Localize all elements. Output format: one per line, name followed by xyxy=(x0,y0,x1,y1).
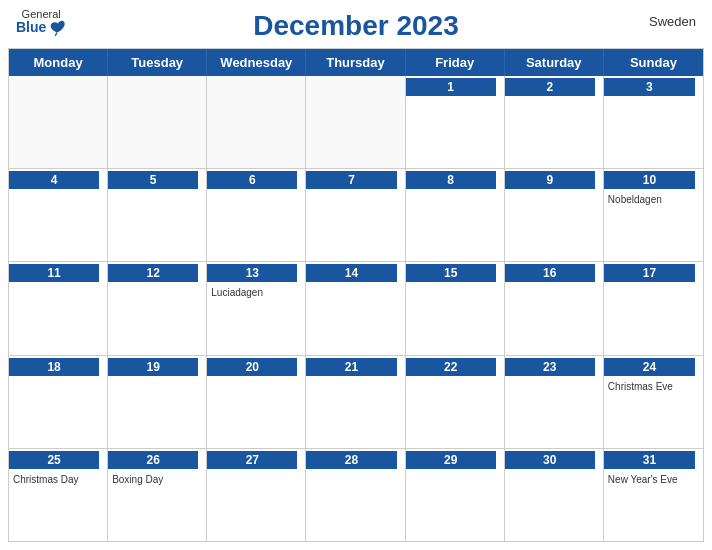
cal-cell: 8 xyxy=(406,169,505,261)
day-number: 9 xyxy=(505,171,595,189)
day-number: 23 xyxy=(505,358,595,376)
cal-cell: 17 xyxy=(604,262,703,354)
cal-cell: 12 xyxy=(108,262,207,354)
day-number: 5 xyxy=(108,171,198,189)
day-event: Christmas Day xyxy=(13,473,103,486)
logo-general-text: General xyxy=(22,8,61,20)
cal-cell: 24Christmas Eve xyxy=(604,356,703,448)
day-number: 31 xyxy=(604,451,695,469)
day-event: Christmas Eve xyxy=(608,380,699,393)
day-event: Nobeldagen xyxy=(608,193,699,206)
day-event: New Year's Eve xyxy=(608,473,699,486)
day-number: 8 xyxy=(406,171,496,189)
day-number: 24 xyxy=(604,358,695,376)
day-number: 19 xyxy=(108,358,198,376)
cal-cell: 21 xyxy=(306,356,405,448)
day-event: Luciadagen xyxy=(211,286,301,299)
cal-cell: 31New Year's Eve xyxy=(604,449,703,541)
calendar-grid: MondayTuesdayWednesdayThursdayFridaySatu… xyxy=(8,48,704,542)
calendar-weekday-header: MondayTuesdayWednesdayThursdayFridaySatu… xyxy=(9,49,703,76)
cal-cell: 11 xyxy=(9,262,108,354)
day-number: 15 xyxy=(406,264,496,282)
day-number: 25 xyxy=(9,451,99,469)
weekday-header-monday: Monday xyxy=(9,49,108,76)
day-number: 4 xyxy=(9,171,99,189)
cal-cell: 19 xyxy=(108,356,207,448)
cal-cell: 25Christmas Day xyxy=(9,449,108,541)
cal-cell: 1 xyxy=(406,76,505,168)
cal-cell: 13Luciadagen xyxy=(207,262,306,354)
day-number: 28 xyxy=(306,451,396,469)
day-number: 26 xyxy=(108,451,198,469)
cal-cell: 14 xyxy=(306,262,405,354)
cal-cell: 4 xyxy=(9,169,108,261)
weekday-header-tuesday: Tuesday xyxy=(108,49,207,76)
day-number: 16 xyxy=(505,264,595,282)
day-number: 3 xyxy=(604,78,695,96)
cal-cell xyxy=(207,76,306,168)
cal-cell: 2 xyxy=(505,76,604,168)
cal-cell: 23 xyxy=(505,356,604,448)
day-number: 30 xyxy=(505,451,595,469)
cal-cell: 5 xyxy=(108,169,207,261)
cal-cell: 16 xyxy=(505,262,604,354)
cal-cell: 30 xyxy=(505,449,604,541)
weekday-header-wednesday: Wednesday xyxy=(207,49,306,76)
cal-cell: 29 xyxy=(406,449,505,541)
day-number: 13 xyxy=(207,264,297,282)
weekday-header-sunday: Sunday xyxy=(604,49,703,76)
cal-cell: 7 xyxy=(306,169,405,261)
calendar-header: General Blue December 2023 Sweden xyxy=(0,0,712,48)
cal-cell: 26Boxing Day xyxy=(108,449,207,541)
weekday-header-friday: Friday xyxy=(406,49,505,76)
day-number: 20 xyxy=(207,358,297,376)
logo-blue-text: Blue xyxy=(16,20,66,36)
day-number: 27 xyxy=(207,451,297,469)
day-number: 1 xyxy=(406,78,496,96)
cal-cell: 18 xyxy=(9,356,108,448)
day-number: 2 xyxy=(505,78,595,96)
cal-cell: 9 xyxy=(505,169,604,261)
weekday-header-saturday: Saturday xyxy=(505,49,604,76)
day-number: 14 xyxy=(306,264,396,282)
cal-cell: 20 xyxy=(207,356,306,448)
cal-cell: 22 xyxy=(406,356,505,448)
logo-bird-icon xyxy=(48,20,66,36)
cal-cell xyxy=(108,76,207,168)
day-number: 17 xyxy=(604,264,695,282)
day-number: 10 xyxy=(604,171,695,189)
cal-cell: 10Nobeldagen xyxy=(604,169,703,261)
day-number: 22 xyxy=(406,358,496,376)
cal-cell xyxy=(306,76,405,168)
cal-cell: 6 xyxy=(207,169,306,261)
page-title: December 2023 xyxy=(253,10,458,42)
calendar-week-1: 123 xyxy=(9,76,703,169)
cal-cell xyxy=(9,76,108,168)
logo: General Blue xyxy=(16,8,66,36)
country-label: Sweden xyxy=(649,14,696,29)
day-number: 21 xyxy=(306,358,396,376)
day-number: 7 xyxy=(306,171,396,189)
calendar-week-3: 111213Luciadagen14151617 xyxy=(9,262,703,355)
calendar-body: 12345678910Nobeldagen111213Luciadagen141… xyxy=(9,76,703,541)
day-number: 11 xyxy=(9,264,99,282)
day-number: 29 xyxy=(406,451,496,469)
day-event: Boxing Day xyxy=(112,473,202,486)
cal-cell: 27 xyxy=(207,449,306,541)
cal-cell: 3 xyxy=(604,76,703,168)
calendar-week-4: 18192021222324Christmas Eve xyxy=(9,356,703,449)
cal-cell: 28 xyxy=(306,449,405,541)
day-number: 12 xyxy=(108,264,198,282)
weekday-header-thursday: Thursday xyxy=(306,49,405,76)
day-number: 6 xyxy=(207,171,297,189)
day-number: 18 xyxy=(9,358,99,376)
calendar-week-2: 45678910Nobeldagen xyxy=(9,169,703,262)
cal-cell: 15 xyxy=(406,262,505,354)
calendar-week-5: 25Christmas Day26Boxing Day2728293031New… xyxy=(9,449,703,541)
